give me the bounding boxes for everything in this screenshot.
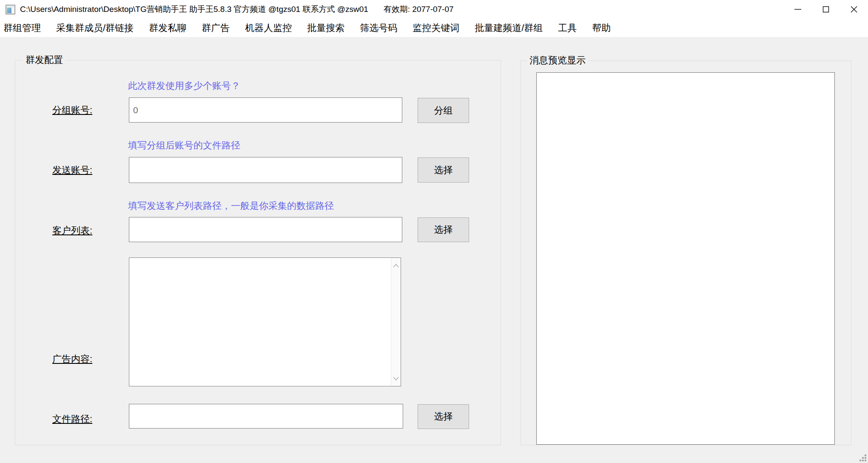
customer-list-label: 客户列表: [52,224,116,237]
minimize-icon [794,5,802,14]
window-controls [784,0,868,19]
customer-list-hint: 填写发送客户列表路径，一般是你采集的数据路径 [128,200,334,212]
ad-content-label: 广告内容: [52,353,116,366]
send-account-select-button[interactable]: 选择 [418,157,469,183]
scroll-up-button[interactable] [391,260,401,271]
menu-item-help[interactable]: 帮助 [584,22,618,34]
maximize-button[interactable] [812,0,840,19]
send-account-hint: 填写分组后账号的文件路径 [128,139,240,152]
menu-item-bot-monitor[interactable]: 机器人监控 [237,22,299,34]
group-account-label: 分组账号: [52,104,116,117]
validity-label: 有效期: 2077-07-07 [384,4,454,15]
menu-item-bulk-private-message[interactable]: 群发私聊 [141,22,194,34]
send-account-label: 发送账号: [52,164,116,177]
close-icon [850,5,858,14]
preview-groupbox-title: 消息预览显示 [527,55,588,66]
group-account-input[interactable] [129,97,402,123]
menu-bar: 群组管理 采集群成员/群链接 群发私聊 群广告 机器人监控 批量搜索 筛选号码 … [0,19,868,37]
menu-item-keyword-monitor[interactable]: 监控关键词 [405,22,467,34]
ad-content-textarea-frame [129,257,401,386]
menu-item-group-ads[interactable]: 群广告 [194,22,237,34]
minimize-button[interactable] [784,0,812,19]
menu-item-tools[interactable]: 工具 [550,22,584,34]
file-path-label: 文件路径: [52,413,116,426]
menu-item-group-management[interactable]: 群组管理 [3,22,48,34]
close-button[interactable] [840,0,868,19]
ad-content-scrollbar[interactable] [391,258,401,386]
resize-grip-icon[interactable] [859,454,867,462]
chevron-up-icon [393,264,399,268]
send-account-input[interactable] [129,157,402,183]
bulk-send-config-groupbox: 群发配置 此次群发使用多少个账号？ 分组账号: 分组 填写分组后账号的文件路径 … [15,60,501,445]
maximize-icon [822,5,830,14]
title-bar: C:\Users\Administrator\Desktop\TG营销助手王 助… [0,0,868,19]
menu-item-batch-search[interactable]: 批量搜索 [299,22,352,34]
scroll-down-button[interactable] [391,373,401,383]
group-button[interactable]: 分组 [418,98,469,123]
file-path-input[interactable] [129,404,403,429]
ad-content-textarea[interactable] [129,258,391,386]
customer-list-select-button[interactable]: 选择 [418,217,469,242]
chevron-down-icon [393,377,399,380]
menu-item-batch-create-channel-group[interactable]: 批量建频道/群组 [467,22,550,34]
file-path-select-button[interactable]: 选择 [418,404,469,429]
customer-list-input[interactable] [129,217,402,242]
config-groupbox-title: 群发配置 [23,54,65,66]
menu-item-collect-members-links[interactable]: 采集群成员/群链接 [48,22,141,34]
menu-item-filter-numbers[interactable]: 筛选号码 [352,22,405,34]
message-preview-groupbox: 消息预览显示 [521,60,851,445]
window-title: C:\Users\Administrator\Desktop\TG营销助手王 助… [20,4,368,15]
app-window-icon [6,5,15,14]
message-preview-display [536,72,835,445]
group-account-hint: 此次群发使用多少个账号？ [128,80,240,92]
